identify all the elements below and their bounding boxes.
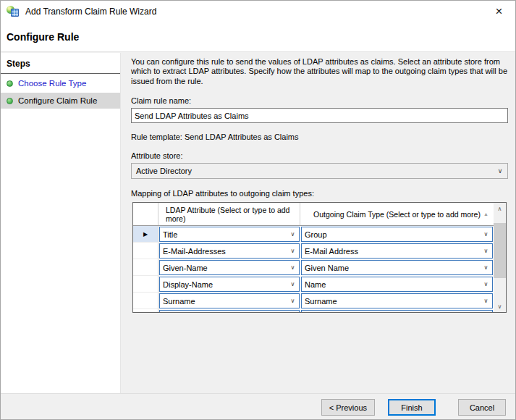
step-complete-dot-icon [7,80,13,87]
ldap-attribute-value: Display-Name [160,280,287,289]
table-header-row: LDAP Attribute (Select or type to add mo… [133,203,494,226]
title-bar: Add Transform Claim Rule Wizard × [1,1,515,22]
outgoing-claim-type-cell: Surname ∨ [300,293,494,309]
scrollbar-thumb[interactable] [494,223,506,278]
attribute-store-value: Active Directory [132,167,493,175]
outgoing-claim-type-select[interactable]: Given Name ∨ [301,260,493,275]
steps-sidebar: Steps Choose Rule Type Configure Claim R… [1,53,121,393]
ldap-attribute-value: E-Mail-Addresses [160,247,287,256]
chevron-down-icon: ∨ [480,248,492,254]
outgoing-claim-type-value: Group [302,230,480,239]
outgoing-claim-type-cell: Given Name ∨ [300,259,494,276]
outgoing-claim-type-cell: ∨ [300,309,494,313]
ldap-attribute-cell: E-Mail-Addresses ∨ [158,243,300,259]
wizard-footer: < Previous Finish Cancel [1,393,515,420]
chevron-down-icon: ∨ [480,264,492,271]
chevron-down-icon: ∨ [480,231,492,238]
close-icon[interactable]: × [483,1,515,22]
outgoing-claim-type-cell: Name ∨ [300,276,494,293]
rule-template-text: Rule template: Send LDAP Attributes as C… [131,133,508,141]
outgoing-claim-type-value: E-Mail Address [302,247,480,256]
claims-grid-icon [11,9,19,17]
ldap-attribute-cell: Display-Name ∨ [158,276,300,293]
chevron-down-icon: ∨ [480,281,492,287]
table-body: ▶ Title ∨ Group ∨ E-Mail-Addresses ∨ [133,226,494,313]
ldap-attribute-select[interactable]: E-Mail-Addresses ∨ [159,243,300,259]
outgoing-claim-type-select[interactable]: Surname ∨ [301,293,493,308]
sidebar-item-configure-claim-rule[interactable]: Configure Claim Rule [1,93,120,109]
table-row: Display-Name ∨ Name ∨ [133,276,494,293]
outgoing-claim-type-cell: Group ∨ [300,226,494,243]
previous-button[interactable]: < Previous [321,399,375,416]
ldap-attribute-value: Title [160,230,287,239]
claim-rule-name-input[interactable] [131,108,508,123]
claim-rule-wizard-icon [7,6,20,17]
outgoing-claim-type-value: Given Name [302,264,480,272]
row-selector-header[interactable] [133,203,158,225]
step-label: Configure Claim Rule [18,96,97,105]
steps-header: Steps [1,53,120,74]
finish-button[interactable]: Finish [388,399,436,416]
table-row: ▶ Title ∨ Group ∨ [133,226,494,243]
outgoing-claim-type-select[interactable]: E-Mail Address ∨ [301,243,493,259]
sort-ascending-icon: ▲ [483,211,488,217]
sidebar-item-choose-rule-type[interactable]: Choose Rule Type [1,75,120,91]
ldap-attribute-cell: Given-Name ∨ [158,259,300,276]
window-title: Add Transform Claim Rule Wizard [25,7,156,17]
column-header-label: Outgoing Claim Type (Select or type to a… [313,210,481,219]
attribute-store-select[interactable]: Active Directory ∨ [131,163,508,179]
ldap-attribute-cell: Title ∨ [158,226,300,243]
ldap-attribute-cell: ∨ [158,309,300,313]
claim-rule-name-label: Claim rule name: [131,96,508,105]
step-complete-dot-icon [7,98,13,104]
ldap-attribute-cell: Surname ∨ [158,293,300,309]
ldap-attribute-select[interactable]: Given-Name ∨ [159,260,300,275]
outgoing-claim-type-column-header[interactable]: Outgoing Claim Type (Select or type to a… [300,203,494,225]
ldap-attribute-column-header[interactable]: LDAP Attribute (Select or type to add mo… [158,203,300,225]
table-scrollbar[interactable]: ∧ ∨ [494,203,506,312]
row-selector-cell[interactable] [133,276,158,293]
row-selector-cell[interactable] [133,293,158,309]
chevron-down-icon: ∨ [287,231,299,238]
heading-area: Configure Rule [1,22,515,52]
outgoing-claim-type-select[interactable]: ∨ [301,310,493,313]
mapping-label: Mapping of LDAP attributes to outgoing c… [131,189,508,198]
table-row: Given-Name ∨ Given Name ∨ [133,259,494,276]
chevron-down-icon: ∨ [287,248,299,254]
ldap-mapping-table: LDAP Attribute (Select or type to add mo… [132,202,507,313]
row-selector-cell[interactable] [133,259,158,276]
chevron-down-icon: ∨ [493,167,507,175]
outgoing-claim-type-value: Name [302,280,480,289]
outgoing-claim-type-cell: E-Mail Address ∨ [300,243,494,259]
outgoing-claim-type-value: Surname [302,297,480,306]
chevron-down-icon: ∨ [287,281,299,287]
table-row: E-Mail-Addresses ∨ E-Mail Address ∨ [133,243,494,259]
page-title: Configure Rule [7,31,79,43]
row-selector-cell[interactable] [133,243,158,259]
main-content: You can configure this rule to send the … [131,53,508,393]
scroll-down-icon[interactable]: ∨ [494,301,506,312]
ldap-attribute-select[interactable]: ∨ [159,310,300,313]
table-row: Surname ∨ Surname ∨ [133,293,494,309]
ldap-attribute-select[interactable]: Display-Name ∨ [159,277,300,292]
row-selector-cell[interactable] [133,309,158,313]
ldap-attribute-value: Given-Name [160,264,287,272]
outgoing-claim-type-select[interactable]: Group ∨ [301,227,493,242]
cancel-button[interactable]: Cancel [458,399,506,416]
ldap-attribute-value: Surname [160,297,287,306]
chevron-down-icon: ∨ [480,298,492,304]
current-row-marker-icon: ▶ [143,231,148,238]
row-selector-cell[interactable]: ▶ [133,226,158,243]
chevron-down-icon: ∨ [287,298,299,304]
add-transform-claim-rule-wizard-dialog: Add Transform Claim Rule Wizard × Config… [0,0,516,420]
ldap-attribute-select[interactable]: Surname ∨ [159,293,300,308]
ldap-attribute-select[interactable]: Title ∨ [159,227,300,242]
table-row: ∨ ∨ [133,309,494,313]
scroll-up-icon[interactable]: ∧ [494,203,506,214]
rule-description: You can configure this rule to send the … [131,53,508,86]
outgoing-claim-type-select[interactable]: Name ∨ [301,277,493,292]
step-label: Choose Rule Type [18,79,86,88]
chevron-down-icon: ∨ [287,264,299,271]
attribute-store-label: Attribute store: [131,151,508,160]
